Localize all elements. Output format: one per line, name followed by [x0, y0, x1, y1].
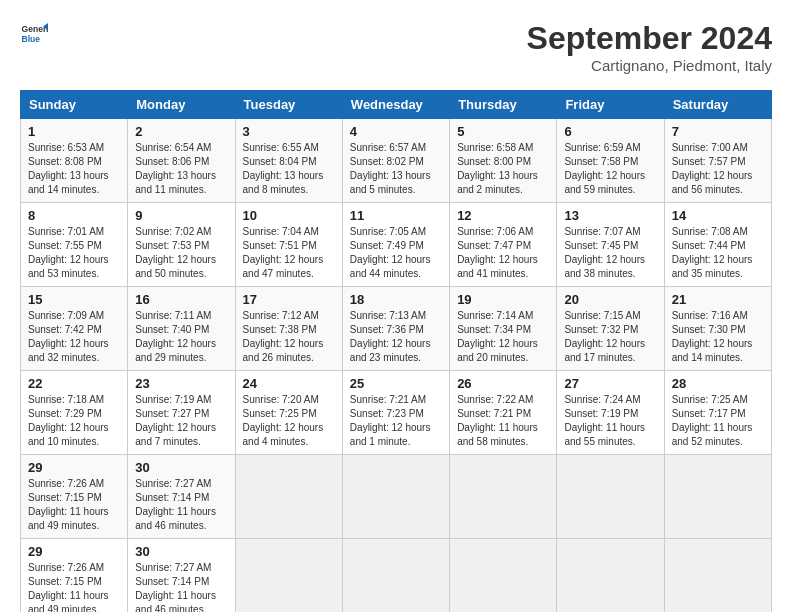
day-number: 28: [672, 376, 764, 391]
day-number: 30: [135, 544, 227, 559]
table-cell: 10Sunrise: 7:04 AM Sunset: 7:51 PM Dayli…: [235, 203, 342, 287]
header-thursday: Thursday: [450, 91, 557, 119]
table-cell: [664, 455, 771, 539]
calendar-row: 29Sunrise: 7:26 AM Sunset: 7:15 PM Dayli…: [21, 455, 772, 539]
day-info: Sunrise: 7:09 AM Sunset: 7:42 PM Dayligh…: [28, 309, 120, 365]
table-cell: 8Sunrise: 7:01 AM Sunset: 7:55 PM Daylig…: [21, 203, 128, 287]
table-cell: [342, 455, 449, 539]
calendar-row: 29Sunrise: 7:26 AM Sunset: 7:15 PM Dayli…: [21, 539, 772, 613]
day-info: Sunrise: 6:54 AM Sunset: 8:06 PM Dayligh…: [135, 141, 227, 197]
day-info: Sunrise: 7:21 AM Sunset: 7:23 PM Dayligh…: [350, 393, 442, 449]
table-cell: [450, 539, 557, 613]
table-cell: 22Sunrise: 7:18 AM Sunset: 7:29 PM Dayli…: [21, 371, 128, 455]
day-number: 18: [350, 292, 442, 307]
table-cell: 13Sunrise: 7:07 AM Sunset: 7:45 PM Dayli…: [557, 203, 664, 287]
logo-icon: General Blue: [20, 20, 48, 48]
table-cell: [664, 539, 771, 613]
day-number: 9: [135, 208, 227, 223]
calendar-row: 8Sunrise: 7:01 AM Sunset: 7:55 PM Daylig…: [21, 203, 772, 287]
day-number: 7: [672, 124, 764, 139]
header-wednesday: Wednesday: [342, 91, 449, 119]
day-number: 13: [564, 208, 656, 223]
month-title: September 2024: [527, 20, 772, 57]
day-info: Sunrise: 7:18 AM Sunset: 7:29 PM Dayligh…: [28, 393, 120, 449]
day-number: 15: [28, 292, 120, 307]
day-info: Sunrise: 7:11 AM Sunset: 7:40 PM Dayligh…: [135, 309, 227, 365]
day-info: Sunrise: 6:59 AM Sunset: 7:58 PM Dayligh…: [564, 141, 656, 197]
table-cell: 2Sunrise: 6:54 AM Sunset: 8:06 PM Daylig…: [128, 119, 235, 203]
header-monday: Monday: [128, 91, 235, 119]
svg-text:Blue: Blue: [22, 34, 41, 44]
day-number: 24: [243, 376, 335, 391]
location: Cartignano, Piedmont, Italy: [527, 57, 772, 74]
header-friday: Friday: [557, 91, 664, 119]
table-cell: 24Sunrise: 7:20 AM Sunset: 7:25 PM Dayli…: [235, 371, 342, 455]
table-cell: [235, 539, 342, 613]
day-number: 22: [28, 376, 120, 391]
day-info: Sunrise: 6:57 AM Sunset: 8:02 PM Dayligh…: [350, 141, 442, 197]
day-number: 11: [350, 208, 442, 223]
table-cell: 21Sunrise: 7:16 AM Sunset: 7:30 PM Dayli…: [664, 287, 771, 371]
table-cell: [235, 455, 342, 539]
day-info: Sunrise: 6:58 AM Sunset: 8:00 PM Dayligh…: [457, 141, 549, 197]
table-cell: 27Sunrise: 7:24 AM Sunset: 7:19 PM Dayli…: [557, 371, 664, 455]
day-info: Sunrise: 7:12 AM Sunset: 7:38 PM Dayligh…: [243, 309, 335, 365]
day-number: 23: [135, 376, 227, 391]
day-info: Sunrise: 7:16 AM Sunset: 7:30 PM Dayligh…: [672, 309, 764, 365]
day-info: Sunrise: 7:27 AM Sunset: 7:14 PM Dayligh…: [135, 477, 227, 533]
table-cell: 14Sunrise: 7:08 AM Sunset: 7:44 PM Dayli…: [664, 203, 771, 287]
calendar-table: Sunday Monday Tuesday Wednesday Thursday…: [20, 90, 772, 612]
day-number: 29: [28, 460, 120, 475]
table-cell: 28Sunrise: 7:25 AM Sunset: 7:17 PM Dayli…: [664, 371, 771, 455]
header-tuesday: Tuesday: [235, 91, 342, 119]
table-cell: 11Sunrise: 7:05 AM Sunset: 7:49 PM Dayli…: [342, 203, 449, 287]
table-cell: 20Sunrise: 7:15 AM Sunset: 7:32 PM Dayli…: [557, 287, 664, 371]
header-sunday: Sunday: [21, 91, 128, 119]
table-cell: 1Sunrise: 6:53 AM Sunset: 8:08 PM Daylig…: [21, 119, 128, 203]
table-cell: 5Sunrise: 6:58 AM Sunset: 8:00 PM Daylig…: [450, 119, 557, 203]
day-number: 19: [457, 292, 549, 307]
day-number: 10: [243, 208, 335, 223]
day-number: 26: [457, 376, 549, 391]
day-info: Sunrise: 7:08 AM Sunset: 7:44 PM Dayligh…: [672, 225, 764, 281]
header-saturday: Saturday: [664, 91, 771, 119]
day-info: Sunrise: 7:00 AM Sunset: 7:57 PM Dayligh…: [672, 141, 764, 197]
day-info: Sunrise: 7:20 AM Sunset: 7:25 PM Dayligh…: [243, 393, 335, 449]
table-cell: 12Sunrise: 7:06 AM Sunset: 7:47 PM Dayli…: [450, 203, 557, 287]
table-cell: [557, 455, 664, 539]
table-cell: 23Sunrise: 7:19 AM Sunset: 7:27 PM Dayli…: [128, 371, 235, 455]
day-info: Sunrise: 7:25 AM Sunset: 7:17 PM Dayligh…: [672, 393, 764, 449]
table-cell: 25Sunrise: 7:21 AM Sunset: 7:23 PM Dayli…: [342, 371, 449, 455]
day-number: 6: [564, 124, 656, 139]
day-info: Sunrise: 7:26 AM Sunset: 7:15 PM Dayligh…: [28, 561, 120, 612]
day-number: 3: [243, 124, 335, 139]
table-cell: 18Sunrise: 7:13 AM Sunset: 7:36 PM Dayli…: [342, 287, 449, 371]
table-cell: 9Sunrise: 7:02 AM Sunset: 7:53 PM Daylig…: [128, 203, 235, 287]
day-info: Sunrise: 7:05 AM Sunset: 7:49 PM Dayligh…: [350, 225, 442, 281]
day-info: Sunrise: 6:53 AM Sunset: 8:08 PM Dayligh…: [28, 141, 120, 197]
table-cell: 19Sunrise: 7:14 AM Sunset: 7:34 PM Dayli…: [450, 287, 557, 371]
day-info: Sunrise: 7:04 AM Sunset: 7:51 PM Dayligh…: [243, 225, 335, 281]
day-info: Sunrise: 7:19 AM Sunset: 7:27 PM Dayligh…: [135, 393, 227, 449]
table-cell: 17Sunrise: 7:12 AM Sunset: 7:38 PM Dayli…: [235, 287, 342, 371]
table-cell: 7Sunrise: 7:00 AM Sunset: 7:57 PM Daylig…: [664, 119, 771, 203]
table-cell: 4Sunrise: 6:57 AM Sunset: 8:02 PM Daylig…: [342, 119, 449, 203]
logo: General Blue: [20, 20, 48, 48]
day-number: 29: [28, 544, 120, 559]
calendar-row: 1Sunrise: 6:53 AM Sunset: 8:08 PM Daylig…: [21, 119, 772, 203]
day-number: 2: [135, 124, 227, 139]
day-info: Sunrise: 7:14 AM Sunset: 7:34 PM Dayligh…: [457, 309, 549, 365]
day-number: 25: [350, 376, 442, 391]
day-info: Sunrise: 7:07 AM Sunset: 7:45 PM Dayligh…: [564, 225, 656, 281]
day-number: 17: [243, 292, 335, 307]
calendar-row: 15Sunrise: 7:09 AM Sunset: 7:42 PM Dayli…: [21, 287, 772, 371]
table-cell: 16Sunrise: 7:11 AM Sunset: 7:40 PM Dayli…: [128, 287, 235, 371]
day-number: 14: [672, 208, 764, 223]
table-cell: 30Sunrise: 7:27 AM Sunset: 7:14 PM Dayli…: [128, 539, 235, 613]
table-cell: 29Sunrise: 7:26 AM Sunset: 7:15 PM Dayli…: [21, 539, 128, 613]
day-number: 1: [28, 124, 120, 139]
day-info: Sunrise: 7:06 AM Sunset: 7:47 PM Dayligh…: [457, 225, 549, 281]
day-number: 5: [457, 124, 549, 139]
day-number: 8: [28, 208, 120, 223]
day-number: 20: [564, 292, 656, 307]
